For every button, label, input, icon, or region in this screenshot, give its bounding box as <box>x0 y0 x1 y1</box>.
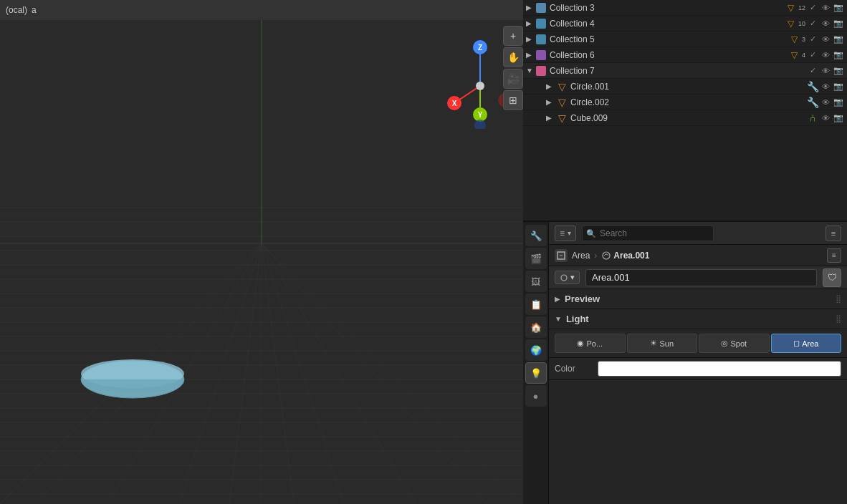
object-type-btn[interactable]: ▾ <box>555 271 580 284</box>
cube009-name: Cube.009 <box>570 113 807 123</box>
circle002-name: Circle.002 <box>570 97 807 107</box>
col4-check-icon[interactable]: ✓ <box>807 18 818 29</box>
light-types-row: ◉ Po... ☀ Sun ◎ Spot ◻ Area <box>549 329 847 358</box>
prop-options-btn[interactable]: ≡ <box>826 226 841 241</box>
color-swatch[interactable] <box>598 361 841 377</box>
col4-camera-icon[interactable]: 📷 <box>833 18 844 29</box>
sidebar-output-btn[interactable]: 🖼 <box>525 271 547 292</box>
light-type-spot[interactable]: ◎ Spot <box>699 334 770 353</box>
breadcrumb-bar: Area › Area.001 ≡ <box>549 245 847 266</box>
col5-camera-icon[interactable]: 📷 <box>833 34 844 45</box>
light-type-area[interactable]: ◻ Area <box>771 334 842 353</box>
render-region-button[interactable]: ⊞ <box>503 90 523 110</box>
circle001-controls: 🔧 👁 📷 <box>807 81 844 92</box>
pan-button[interactable]: ✋ <box>503 47 523 67</box>
outliner-item-circle001[interactable]: ▶ ▽ Circle.001 🔧 👁 📷 <box>523 79 847 94</box>
prop-search-input[interactable] <box>582 226 714 241</box>
outliner-item-circle002[interactable]: ▶ ▽ Circle.002 🔧 👁 📷 <box>523 94 847 110</box>
cube009-camera-icon[interactable]: 📷 <box>833 112 844 124</box>
sidebar-material-btn[interactable]: ● <box>525 385 547 407</box>
sidebar-scene-btn[interactable]: 🏠 <box>525 316 547 338</box>
cube009-controls: ⑃ 👁 📷 <box>807 112 844 124</box>
col3-eye-icon[interactable]: 👁 <box>820 2 831 14</box>
col6-check-icon[interactable]: ✓ <box>807 49 818 61</box>
object-name-input[interactable] <box>585 269 817 286</box>
viewport[interactable]: (ocal) a Options ▾ Z X Y <box>0 0 523 504</box>
col7-check-icon[interactable]: ✓ <box>807 65 818 77</box>
col6-filter-num: 4 <box>802 52 805 59</box>
light-type-point-label: Po... <box>586 339 603 348</box>
svg-point-53 <box>561 275 567 281</box>
light-type-spot-label: Spot <box>730 339 747 348</box>
circle001-mesh-icon: ▽ <box>556 81 568 92</box>
light-type-sun[interactable]: ☀ Sun <box>627 334 698 353</box>
col6-camera-icon[interactable]: 📷 <box>833 49 844 61</box>
col6-name: Collection 6 <box>550 50 789 60</box>
col3-camera-icon[interactable]: 📷 <box>833 2 844 14</box>
svg-point-49 <box>474 120 486 129</box>
sidebar-view-layer-btn[interactable]: 📋 <box>525 294 547 315</box>
camera-view-button[interactable]: 🎥 <box>503 69 523 89</box>
col3-name: Collection 3 <box>550 3 785 13</box>
viewport-header: (ocal) a <box>0 0 523 20</box>
circle002-camera-icon[interactable]: 📷 <box>833 97 844 108</box>
outliner-item-collection4[interactable]: ▶ Collection 4 ▽ 10 ✓ 👁 📷 <box>523 16 847 32</box>
circle001-wrench-icon[interactable]: 🔧 <box>807 81 818 92</box>
sidebar-world-btn[interactable]: 🌍 <box>525 339 547 361</box>
outliner-item-collection5[interactable]: ▶ Collection 5 ▽ 3 ✓ 👁 📷 <box>523 32 847 47</box>
viewport-area-text: a <box>32 5 37 15</box>
circle001-name: Circle.001 <box>570 82 807 92</box>
breadcrumb-options-btn[interactable]: ≡ <box>827 248 841 263</box>
outliner-item-collection6[interactable]: ▶ Collection 6 ▽ 4 ✓ 👁 📷 <box>523 47 847 63</box>
col4-eye-icon[interactable]: 👁 <box>820 18 831 29</box>
outliner-list: ▶ Collection 3 ▽ 12 ✓ 👁 📷 ▶ Collection 4… <box>523 0 847 126</box>
col7-camera-icon[interactable]: 📷 <box>833 65 844 77</box>
breadcrumb-area-label: Area <box>572 251 590 261</box>
object-type-icon <box>560 273 568 282</box>
light-label: Light <box>566 314 589 324</box>
col7-eye-icon[interactable]: 👁 <box>820 65 831 77</box>
col5-check-icon[interactable]: ✓ <box>807 34 818 45</box>
preview-drag-handle: ⣿ <box>836 294 841 304</box>
col6-eye-icon[interactable]: 👁 <box>820 49 831 61</box>
cube009-mesh-icon: ▽ <box>556 112 568 124</box>
outliner-item-collection3[interactable]: ▶ Collection 3 ▽ 12 ✓ 👁 📷 <box>523 0 847 16</box>
outliner-item-collection7[interactable]: ▼ Collection 7 ✓ 👁 📷 <box>523 63 847 79</box>
circle002-arrow: ▶ <box>546 98 556 106</box>
prop-filter-btn[interactable]: ≡ ▾ <box>555 226 576 241</box>
preview-section-header[interactable]: ▶ Preview ⣿ <box>549 289 847 309</box>
circle002-wrench-icon[interactable]: 🔧 <box>807 97 818 108</box>
col3-filter-icon: ▽ <box>785 2 797 14</box>
shield-button[interactable]: 🛡 <box>823 268 841 287</box>
sidebar-object-data-btn[interactable]: 💡 <box>525 362 547 384</box>
col3-arrow: ▶ <box>526 4 536 11</box>
outliner-item-cube009[interactable]: ▶ ▽ Cube.009 ⑃ 👁 📷 <box>523 110 847 126</box>
properties-content: ≡ ▾ 🔍 ≡ Area <box>549 222 847 504</box>
circle002-eye-icon[interactable]: 👁 <box>820 97 831 108</box>
col3-check-icon[interactable]: ✓ <box>807 2 818 14</box>
svg-text:Y: Y <box>478 111 483 119</box>
area-light-icon <box>601 251 611 261</box>
col5-filter-num: 3 <box>802 36 805 43</box>
svg-point-47 <box>476 82 484 90</box>
col7-arrow: ▼ <box>526 67 536 74</box>
sidebar-tools-btn[interactable]: 🔧 <box>525 225 547 246</box>
light-type-point[interactable]: ◉ Po... <box>555 334 626 353</box>
col5-filter-icon: ▽ <box>789 34 800 45</box>
cube009-arrow: ▶ <box>546 114 556 122</box>
col5-icon <box>536 34 546 44</box>
col4-controls: ▽ 10 ✓ 👁 📷 <box>785 18 844 29</box>
col4-icon <box>536 19 546 29</box>
col7-icon <box>536 66 546 76</box>
light-type-sun-label: Sun <box>659 339 674 348</box>
cube009-eye-icon[interactable]: 👁 <box>820 112 831 124</box>
light-section-header[interactable]: ▼ Light ⣿ <box>549 309 847 329</box>
zoom-add-button[interactable]: + <box>503 26 523 46</box>
sidebar-render-btn[interactable]: 🎬 <box>525 248 547 269</box>
col5-eye-icon[interactable]: 👁 <box>820 34 831 45</box>
col3-filter-num: 12 <box>798 4 805 11</box>
properties-panel: 🔧 🎬 🖼 📋 🏠 🌍 💡 ● <box>523 222 847 504</box>
circle001-eye-icon[interactable]: 👁 <box>820 81 831 92</box>
cube009-modifier-icon[interactable]: ⑃ <box>807 112 818 124</box>
circle001-camera-icon[interactable]: 📷 <box>833 81 844 92</box>
